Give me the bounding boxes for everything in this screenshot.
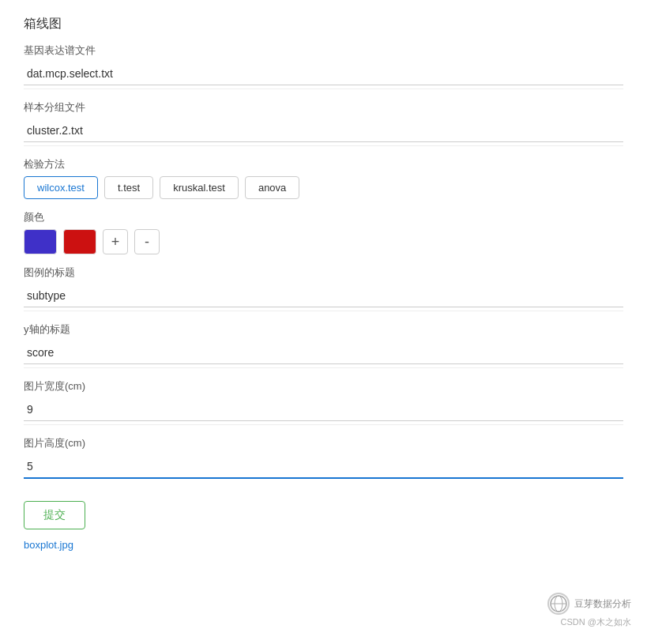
submit-button[interactable]: 提交 <box>24 501 85 529</box>
color-swatch-2[interactable] <box>63 229 96 254</box>
height-label: 图片高度(cm) <box>24 436 623 450</box>
method-kruskal[interactable]: kruskal.test <box>160 176 239 199</box>
method-anova[interactable]: anova <box>245 176 299 199</box>
gene-expression-label: 基因表达谱文件 <box>24 43 623 58</box>
gene-expression-input[interactable] <box>24 62 623 85</box>
color-group: + - <box>24 229 623 254</box>
legend-title-input[interactable] <box>24 284 623 307</box>
method-group: wilcox.test t.test kruskal.test anova <box>24 176 623 199</box>
legend-title-label: 图例的标题 <box>24 266 623 280</box>
remove-color-button[interactable]: - <box>134 229 160 254</box>
color-swatch-1[interactable] <box>24 229 57 254</box>
color-label: 颜色 <box>24 210 623 224</box>
y-axis-input[interactable] <box>24 341 623 364</box>
method-label: 检验方法 <box>24 157 623 171</box>
width-label: 图片宽度(cm) <box>24 379 623 394</box>
width-input[interactable] <box>24 398 623 421</box>
method-ttest[interactable]: t.test <box>104 176 153 199</box>
add-color-button[interactable]: + <box>103 229 128 254</box>
page-title: 箱线图 <box>24 16 623 32</box>
output-link[interactable]: boxplot.jpg <box>24 539 73 551</box>
method-wilcox[interactable]: wilcox.test <box>24 176 98 199</box>
sample-group-input[interactable] <box>24 119 623 142</box>
sample-group-label: 样本分组文件 <box>24 100 623 115</box>
height-input[interactable] <box>24 455 623 479</box>
y-axis-label: y轴的标题 <box>24 322 623 337</box>
